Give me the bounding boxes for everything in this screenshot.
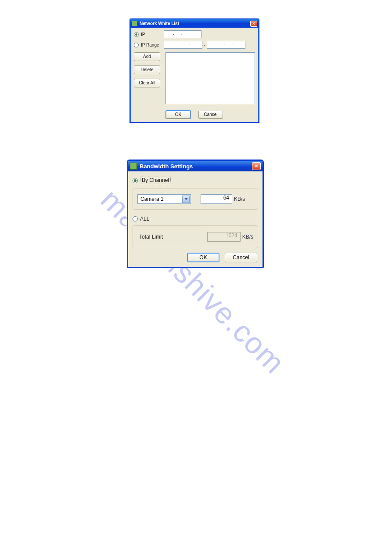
channel-group: Camera 1 64 KB/s <box>133 189 258 210</box>
by-channel-radio[interactable] <box>133 178 138 183</box>
dialog-title: Bandwidth Settings <box>140 163 252 170</box>
ip-range-radio[interactable] <box>134 43 139 47</box>
total-limit-input: 1024 <box>207 232 241 242</box>
app-icon <box>132 21 137 26</box>
ip-radio[interactable] <box>134 32 139 37</box>
by-channel-label: By Channel <box>140 177 171 184</box>
cancel-button[interactable]: Cancel <box>225 253 257 262</box>
titlebar: Network White List × <box>130 19 259 28</box>
total-unit-label: KB/s <box>242 234 253 240</box>
total-limit-label: Total Limit <box>139 234 163 240</box>
titlebar: Bandwidth Settings × <box>128 161 263 171</box>
close-button[interactable]: × <box>250 21 257 27</box>
radio-selected-icon <box>135 33 137 36</box>
ip-label: IP <box>141 32 164 37</box>
channel-unit-label: KB/s <box>234 196 245 202</box>
channel-limit-input[interactable]: 64 <box>201 194 232 204</box>
cancel-button[interactable]: Cancel <box>198 111 223 119</box>
range-separator: - <box>204 42 205 47</box>
bandwidth-settings-dialog: Bandwidth Settings × By Channel Camera 1… <box>127 160 264 268</box>
ip-range-to-input[interactable]: . . . <box>207 41 245 49</box>
all-label: ALL <box>140 216 149 222</box>
ip-range-label: IP Range <box>141 43 164 47</box>
total-group: Total Limit 1024 KB/s <box>133 225 258 248</box>
delete-button[interactable]: Delete <box>134 65 160 74</box>
camera-dropdown[interactable]: Camera 1 <box>137 194 191 204</box>
clear-all-button[interactable]: Clear All <box>134 79 160 87</box>
add-button[interactable]: Add <box>134 52 160 61</box>
radio-selected-icon <box>134 179 137 182</box>
close-button[interactable]: × <box>252 162 261 170</box>
ok-button[interactable]: OK <box>187 253 219 262</box>
whitelist-listbox[interactable] <box>165 52 255 104</box>
chevron-down-icon <box>182 196 190 203</box>
ip-range-from-input[interactable]: . . . <box>164 41 202 49</box>
all-radio[interactable] <box>133 216 138 221</box>
ip-input[interactable]: . . . <box>164 30 201 38</box>
app-icon <box>130 163 137 170</box>
ok-button[interactable]: OK <box>166 111 191 119</box>
dialog-title: Network White List <box>140 21 250 26</box>
network-whitelist-dialog: Network White List × IP . . . IP Range .… <box>129 18 259 123</box>
camera-selected-value: Camera 1 <box>140 196 164 202</box>
